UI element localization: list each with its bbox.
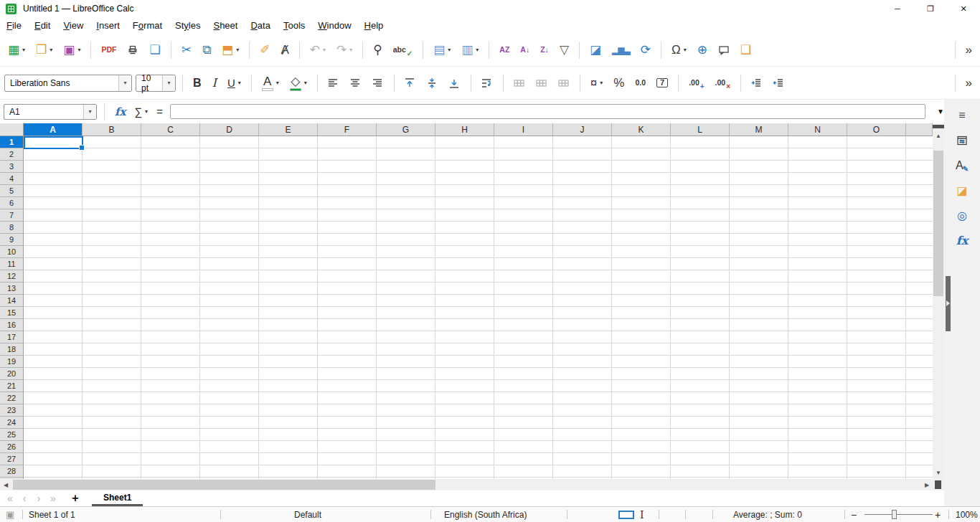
- row-header-12[interactable]: 12: [0, 270, 23, 283]
- print-preview-button[interactable]: ❏: [146, 42, 164, 58]
- last-sheet-button[interactable]: »: [46, 490, 60, 506]
- menu-format[interactable]: Format: [126, 19, 169, 32]
- chevron-down-icon[interactable]: ▾: [118, 75, 131, 91]
- align-left-button[interactable]: [324, 75, 343, 91]
- align-center-button[interactable]: [347, 75, 365, 91]
- zoom-slider-track[interactable]: [864, 514, 933, 515]
- format-currency-button[interactable]: ¤▾: [587, 75, 606, 91]
- column-header-D[interactable]: D: [200, 123, 259, 136]
- menu-sheet[interactable]: Sheet: [207, 19, 244, 32]
- sort-button[interactable]: AZ: [496, 44, 513, 56]
- previous-sheet-button[interactable]: ‹: [17, 490, 32, 506]
- row-header-20[interactable]: 20: [0, 368, 23, 380]
- menu-edit[interactable]: Edit: [28, 19, 57, 32]
- column-header-A[interactable]: A: [24, 123, 83, 136]
- name-box[interactable]: A1 ▾: [4, 104, 97, 120]
- increase-indent-button[interactable]: [748, 75, 766, 91]
- page-style-status[interactable]: Default: [294, 507, 321, 522]
- comment-button[interactable]: [715, 42, 733, 58]
- save-button[interactable]: ▣▾: [60, 42, 84, 58]
- font-name-combobox[interactable]: Liberation Sans ▾: [4, 75, 132, 92]
- average-sum-status[interactable]: Average: ; Sum: 0: [733, 507, 802, 522]
- sidebar-functions-button[interactable]: fx: [949, 228, 975, 253]
- column-button[interactable]: ▥▾: [458, 42, 482, 58]
- row-header-10[interactable]: 10: [0, 246, 23, 258]
- vertical-scrollbar-thumb[interactable]: [933, 151, 943, 296]
- row-header-3[interactable]: 3: [0, 161, 23, 173]
- row-header-19[interactable]: 19: [0, 356, 23, 368]
- bold-button[interactable]: B: [189, 75, 205, 91]
- horizontal-split-handle[interactable]: [935, 480, 941, 489]
- horizontal-scrollbar[interactable]: ◀ ▶: [0, 479, 944, 490]
- center-vertically-button[interactable]: [423, 75, 442, 91]
- format-percent-button[interactable]: %: [610, 75, 628, 91]
- row-header-13[interactable]: 13: [0, 283, 23, 295]
- menu-file[interactable]: File: [0, 19, 28, 32]
- language-status[interactable]: English (South Africa): [444, 507, 527, 522]
- select-all-corner[interactable]: [0, 123, 24, 136]
- row-header-25[interactable]: 25: [0, 429, 23, 441]
- horizontal-scrollbar-thumb[interactable]: [13, 480, 435, 490]
- row-header-4[interactable]: 4: [0, 173, 23, 185]
- column-header-N[interactable]: N: [788, 123, 847, 136]
- minimize-button[interactable]: ─: [881, 0, 914, 17]
- zoom-in-button[interactable]: +: [935, 507, 941, 522]
- column-header-I[interactable]: I: [494, 123, 553, 136]
- sheet-number-status[interactable]: Sheet 1 of 1: [29, 507, 75, 522]
- scroll-down-icon[interactable]: ▼: [933, 467, 944, 478]
- row-button[interactable]: ▤▾: [430, 42, 454, 58]
- menu-insert[interactable]: Insert: [90, 19, 126, 32]
- row-header-17[interactable]: 17: [0, 331, 23, 343]
- row-header-2[interactable]: 2: [0, 148, 23, 161]
- row-header-5[interactable]: 5: [0, 185, 23, 197]
- row-header-1[interactable]: 1: [0, 136, 23, 148]
- hyperlink-button[interactable]: ⊕: [694, 42, 711, 58]
- delete-decimal-button[interactable]: .00×: [712, 77, 734, 89]
- restore-button[interactable]: ❐: [914, 0, 947, 17]
- menu-tools[interactable]: Tools: [277, 19, 311, 32]
- row-header-27[interactable]: 27: [0, 453, 23, 465]
- insert-mode-ibeam-icon[interactable]: I: [640, 507, 644, 522]
- first-sheet-button[interactable]: «: [3, 490, 17, 506]
- print-button[interactable]: [123, 42, 142, 58]
- chevron-down-icon[interactable]: ▾: [83, 105, 96, 119]
- sidebar-gallery-button[interactable]: ◪: [949, 178, 975, 203]
- zoom-slider-thumb[interactable]: [892, 510, 897, 519]
- scroll-left-icon[interactable]: ◀: [0, 479, 11, 490]
- column-header-B[interactable]: B: [83, 123, 141, 136]
- sidebar-navigator-button[interactable]: ◎: [949, 203, 975, 228]
- redo-button[interactable]: ↷▾: [333, 42, 356, 58]
- sidebar-settings-button[interactable]: ≡: [949, 103, 975, 128]
- underline-button[interactable]: U▾: [224, 75, 245, 90]
- sidebar-properties-button[interactable]: [949, 128, 975, 153]
- align-bottom-button[interactable]: [446, 75, 464, 91]
- align-top-button[interactable]: [401, 75, 420, 91]
- function-wizard-button[interactable]: fx: [112, 104, 128, 120]
- selection-mode-icon[interactable]: [618, 507, 634, 522]
- close-button[interactable]: ✕: [947, 0, 980, 17]
- insert-image-button[interactable]: ◪: [586, 42, 605, 58]
- find-replace-button[interactable]: ⚲: [369, 42, 385, 58]
- menu-window[interactable]: Window: [311, 19, 357, 32]
- insert-chart-button[interactable]: ▂▆▃: [608, 44, 633, 57]
- row-header-9[interactable]: 9: [0, 234, 23, 246]
- sidebar-hide-handle[interactable]: [946, 276, 951, 331]
- zoom-out-button[interactable]: −: [851, 507, 857, 522]
- decrease-indent-button[interactable]: [770, 75, 788, 91]
- font-color-button[interactable]: A▾: [258, 73, 283, 93]
- autofilter-button[interactable]: ▽: [556, 42, 573, 58]
- formula-button[interactable]: =: [154, 104, 166, 119]
- row-header-7[interactable]: 7: [0, 209, 23, 222]
- add-decimal-button[interactable]: .00+: [685, 77, 707, 89]
- row-header-28[interactable]: 28: [0, 465, 23, 478]
- background-color-button[interactable]: ◇▾: [286, 73, 311, 93]
- vertical-scrollbar[interactable]: ▲ ▼: [933, 123, 944, 479]
- format-number-button[interactable]: 0.0: [631, 77, 649, 89]
- undo-button[interactable]: ↶▾: [306, 42, 329, 58]
- column-header-L[interactable]: L: [671, 123, 730, 136]
- row-header-16[interactable]: 16: [0, 319, 23, 331]
- column-header-E[interactable]: E: [259, 123, 318, 136]
- menu-view[interactable]: View: [57, 19, 90, 32]
- italic-button[interactable]: I: [209, 75, 220, 91]
- column-header-M[interactable]: M: [730, 123, 788, 136]
